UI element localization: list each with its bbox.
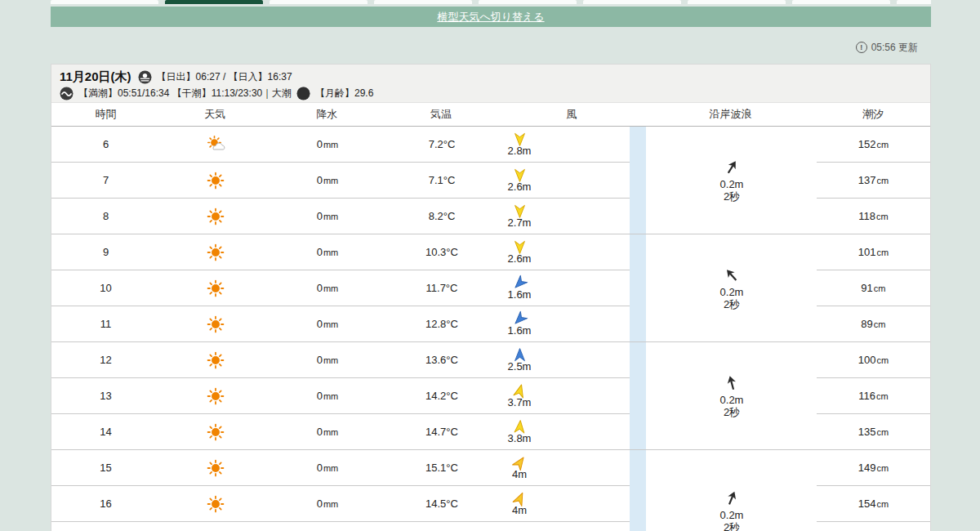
sun-times-label: 【日出】06:27 / 【日入】16:37 — [157, 70, 292, 84]
precip-value: 0 — [317, 354, 323, 366]
hour-label: 7 — [51, 163, 160, 198]
row-left-section: 100mm11.7°C1.6m — [51, 270, 630, 306]
switch-layout-link[interactable]: 横型天気へ切り替える — [437, 10, 544, 25]
coastal-wave-group-0: 0.2m2秒 — [646, 127, 817, 234]
wind-cell: 1.6m — [499, 270, 630, 306]
wave-period: 2秒 — [724, 190, 740, 203]
hour-label: 6 — [51, 127, 160, 162]
coastal-wave-group-1: 0.2m2秒 — [646, 234, 817, 342]
precip-cell: 0mm — [270, 342, 385, 377]
sunny-icon — [205, 493, 226, 515]
column-divider-strip — [630, 306, 646, 342]
update-status: ! 05:56 更新 — [856, 40, 918, 55]
precip-cell: 0mm — [270, 450, 385, 485]
wave-period: 2秒 — [724, 406, 740, 418]
tide-times-label: 【満潮】05:51/16:34 【干潮】11:13/23:30｜大潮 — [78, 87, 292, 100]
column-divider-strip — [630, 486, 646, 522]
temp-value: 7.2°C — [385, 127, 499, 162]
switch-layout-banner: 横型天気へ切り替える — [51, 7, 931, 27]
row-left-section: 80mm8.2°C2.7m — [51, 199, 630, 234]
hour-label: 8 — [51, 199, 160, 234]
wind-direction-icon — [512, 167, 528, 183]
precip-unit: mm — [323, 499, 338, 509]
wind-speed: 2.5m — [508, 361, 532, 373]
tide-unit: cm — [874, 319, 886, 329]
wind-speed: 2.6m — [508, 181, 532, 193]
tide-cell: 137cm — [817, 163, 930, 199]
wind-direction-icon — [512, 239, 528, 255]
precip-cell: 0mm — [270, 270, 385, 306]
top-tab-1[interactable] — [165, 0, 263, 4]
top-tab-strip — [51, 0, 931, 4]
precip-cell: 0mm — [270, 486, 385, 521]
tide-unit: cm — [876, 391, 889, 401]
tide-value: 91 — [861, 282, 872, 294]
sunny-icon — [205, 278, 226, 299]
update-time-label: 05:56 更新 — [871, 41, 918, 55]
tide-cell: 149cm — [817, 450, 930, 486]
tide-value: 101 — [858, 246, 876, 258]
temp-value — [385, 522, 499, 531]
tide-cell: 101cm — [817, 234, 930, 270]
wind-cell: 3.8m — [499, 414, 630, 449]
precip-cell: 0mm — [270, 127, 385, 162]
wind-speed: 2.6m — [508, 253, 532, 265]
wind-cell: 3.7m — [499, 378, 630, 413]
tide-wave-icon — [60, 87, 74, 100]
tide-cell: 89cm — [817, 306, 930, 342]
weather-cell — [160, 378, 270, 413]
wind-direction-icon — [512, 132, 528, 147]
wind-cell: 2.8m — [499, 127, 630, 162]
wind-speed: 3.8m — [508, 433, 532, 444]
hour-label: 16 — [51, 486, 160, 521]
row-left-section: 60mm7.2°C2.8m — [51, 127, 630, 163]
sunny-icon — [205, 242, 226, 263]
info-icon: ! — [856, 42, 867, 53]
hour-label: 12 — [51, 342, 160, 377]
coastal-wave-group-3: 0.2m2秒 — [646, 450, 817, 531]
precip-value: 0 — [317, 426, 323, 438]
top-tab-3[interactable] — [374, 0, 472, 4]
temp-value: 15.1°C — [385, 450, 499, 485]
precip-value: 0 — [317, 390, 323, 402]
precip-unit: mm — [323, 391, 338, 401]
tide-cell: 152cm — [817, 127, 930, 163]
wind-direction-icon — [511, 418, 528, 435]
col-header-tide: 潮汐 — [816, 103, 930, 126]
weather-cell — [160, 163, 270, 198]
temp-value: 14.2°C — [385, 378, 499, 413]
top-tab-2[interactable] — [270, 0, 368, 4]
tide-cell: 135cm — [817, 414, 930, 450]
wave-height: 0.2m — [720, 509, 744, 521]
wave-period: 2秒 — [724, 298, 740, 310]
tide-cell — [817, 522, 930, 531]
sunrise-icon — [138, 70, 152, 84]
row-left-section: 70mm7.1°C2.6m — [51, 163, 630, 199]
wind-cell: 4m — [499, 486, 630, 521]
tide-value: 149 — [858, 462, 876, 474]
tide-cell: 118cm — [817, 199, 930, 234]
sunny-icon — [205, 206, 226, 227]
top-tab-8[interactable] — [897, 0, 931, 4]
weather-cell — [160, 199, 270, 234]
precip-cell — [270, 522, 385, 531]
precip-unit: mm — [323, 176, 338, 185]
top-tab-5[interactable] — [583, 0, 681, 4]
precip-value: 0 — [317, 210, 323, 222]
col-header-weather: 天気 — [160, 103, 270, 126]
wind-cell: 1.6m — [499, 306, 630, 341]
temp-value: 7.1°C — [385, 163, 499, 198]
top-tab-0[interactable] — [51, 0, 158, 4]
top-tab-7[interactable] — [792, 0, 890, 4]
wave-direction-icon — [719, 262, 744, 288]
tide-unit: cm — [876, 499, 889, 509]
temp-value: 14.7°C — [385, 414, 499, 449]
top-tab-4[interactable] — [479, 0, 577, 4]
temp-value: 13.6°C — [385, 342, 499, 377]
precip-unit: mm — [323, 248, 338, 257]
tide-value: 154 — [858, 498, 876, 510]
column-divider-strip — [630, 199, 646, 234]
top-tab-6[interactable] — [688, 0, 786, 4]
tide-cell: 100cm — [817, 342, 930, 378]
weather-cell — [160, 522, 270, 531]
